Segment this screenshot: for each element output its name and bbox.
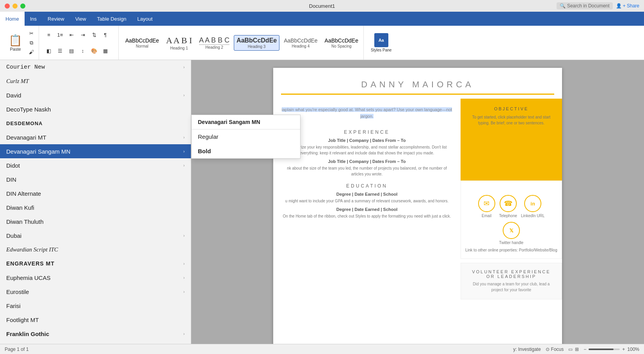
subfont-item-bold[interactable]: Bold — [192, 144, 300, 158]
style-heading2[interactable]: A A B B C Heading 2 — [196, 34, 232, 51]
subfont-item-regular[interactable]: Regular — [192, 129, 300, 144]
align-justify-button[interactable]: ▤ — [66, 46, 76, 55]
font-item-din[interactable]: DIN — [0, 172, 191, 186]
focus-label: Focus — [551, 347, 564, 352]
font-item-footlight-mt[interactable]: Footlight MT — [0, 313, 191, 327]
decrease-indent-button[interactable]: ⇤ — [66, 30, 76, 39]
font-item-desdemona[interactable]: DESDEMONA — [0, 116, 191, 130]
borders-button[interactable]: ▦ — [100, 46, 110, 55]
tab-layout[interactable]: Layout — [132, 12, 158, 26]
numbering-button[interactable]: 1≡ — [55, 30, 65, 39]
font-item-decotype-naskh[interactable]: DecoType Naskh — [0, 102, 191, 116]
experience-section: EXPERIENCE Job Title | Company | Dates F… — [281, 129, 453, 177]
font-item-dubai[interactable]: Dubai › — [0, 228, 191, 242]
search-box[interactable]: 🔍 Search in Document — [557, 2, 613, 9]
font-item-engravers-mt[interactable]: ENGRAVERS MT › — [0, 257, 191, 271]
font-label-engravers-mt: ENGRAVERS MT — [6, 260, 55, 267]
search-placeholder: Search in Document — [567, 3, 610, 9]
doc-left-column: iaplain what you're especially good at. … — [273, 99, 461, 299]
close-button[interactable] — [5, 4, 10, 9]
tab-home[interactable]: Home — [0, 12, 25, 26]
styles-pane-button[interactable]: Aа Styles Pane — [368, 32, 395, 54]
copy-button[interactable]: ⧉ — [26, 39, 36, 47]
traffic-lights — [5, 4, 25, 9]
web-layout-icon[interactable]: ⊞ — [575, 347, 579, 352]
style-heading3[interactable]: AaBbCcDdEe Heading 3 — [234, 35, 279, 51]
font-item-franklin-gothic[interactable]: Franklin Gothic › — [0, 327, 191, 341]
chevron-icon: › — [183, 262, 185, 266]
font-label-dubai: Dubai — [6, 232, 21, 239]
tab-tabledesign[interactable]: Table Design — [92, 12, 132, 26]
paste-button[interactable]: 📋 Paste — [5, 32, 25, 53]
minimize-button[interactable] — [12, 4, 18, 9]
style-h4-label: Heading 4 — [292, 44, 310, 48]
style-heading4[interactable]: AaBbCcDdEe Heading 4 — [281, 35, 320, 50]
doc-intro-text: iaplain what you're especially good at. … — [282, 107, 452, 119]
style-h1-label: Heading 1 — [170, 46, 188, 50]
contact-section: ✉ Email ☎ Telephone in LinkedIn URL — [461, 181, 562, 259]
font-item-courier-new[interactable]: Courier New › — [0, 60, 191, 74]
cut-button[interactable]: ✂ — [26, 29, 36, 38]
email-icon: ✉ — [478, 195, 495, 212]
font-item-diwan-kufi[interactable]: Diwan Kufi — [0, 200, 191, 214]
chevron-icon: › — [183, 135, 185, 140]
font-item-euphemia-ucas[interactable]: Euphemia UCAS › — [0, 271, 191, 285]
font-label-eurostile: Eurostile — [6, 289, 29, 295]
styles-pane-icon: Aа — [374, 33, 388, 47]
volunteer-section: VOLUNTEER EXPERIENCE OR LEADERSHIP Did y… — [461, 263, 562, 299]
share-button[interactable]: 👤 + Share — [616, 3, 639, 9]
style-heading1[interactable]: A A B I Heading 1 — [163, 34, 195, 52]
ribbon-tabs: Home Ins Review View Table Design Layout — [0, 12, 644, 26]
objective-box: OBJECTIVE To get started, click placehol… — [461, 99, 562, 134]
focus-button[interactable]: ⊙ Focus — [546, 347, 564, 352]
increase-indent-button[interactable]: ⇥ — [78, 30, 88, 39]
zoom-in-button[interactable]: + — [622, 347, 625, 352]
font-item-edwardian-script[interactable]: Edwardian Script ITC — [0, 242, 191, 257]
line-spacing-button[interactable]: ↕ — [78, 46, 88, 55]
bullets-button[interactable]: ≡ — [44, 30, 54, 39]
font-item-eurostile[interactable]: Eurostile › — [0, 285, 191, 299]
font-item-franklin-gothic-book[interactable]: Franklin Gothic Book › — [0, 341, 191, 344]
format-painter-button[interactable]: 🖌 — [26, 48, 36, 57]
chevron-icon: › — [183, 234, 185, 238]
doc-page: DANNY MAIORCA iaplain what you're especi… — [273, 68, 562, 344]
doc-right-column: OBJECTIVE To get started, click placehol… — [461, 99, 562, 299]
font-item-diwan-thuluth[interactable]: Diwan Thuluth — [0, 214, 191, 228]
font-item-david[interactable]: David › — [0, 88, 191, 102]
font-dropdown[interactable]: Courier New › Curlz MT David › DecoType … — [0, 60, 191, 344]
style-normal[interactable]: AaBbCcDdEe Normal — [123, 35, 162, 50]
experience-title: EXPERIENCE — [281, 129, 453, 135]
maximize-button[interactable] — [20, 4, 25, 9]
font-item-devanagari-sangam-mn[interactable]: Devanagari Sangam MN › — [0, 144, 191, 158]
exp-job1-title-text: Job Title | Company | Dates From – To — [328, 138, 406, 143]
tab-view[interactable]: View — [70, 12, 92, 26]
font-item-devanagari-mt[interactable]: Devanagari MT › — [0, 130, 191, 144]
font-label-euphemia-ucas: Euphemia UCAS — [6, 274, 50, 281]
telephone-label: Telephone — [499, 214, 517, 218]
exp-job1-desc: summarize your key responsibilities, lea… — [281, 144, 453, 156]
objective-text: To get started, click placeholder text a… — [467, 114, 556, 126]
font-item-din-alternate[interactable]: DIN Alternate — [0, 186, 191, 200]
font-label-decotype-naskh: DecoType Naskh — [6, 106, 51, 113]
tab-insert[interactable]: Ins — [25, 12, 42, 26]
font-item-curlz-mt[interactable]: Curlz MT — [0, 74, 191, 88]
align-left-button[interactable]: ◧ — [44, 46, 54, 55]
zoom-out-button[interactable]: − — [584, 347, 586, 352]
edu-item1-title: Degree | Date Earned | School — [281, 192, 453, 196]
zoom-slider[interactable] — [589, 349, 620, 350]
style-nospacing[interactable]: AaBbCcDdEe No Spacing — [322, 35, 361, 50]
shading-button[interactable]: 🎨 — [89, 46, 99, 55]
style-h2-label: Heading 2 — [205, 45, 223, 50]
pilcrow-button[interactable]: ¶ — [100, 30, 110, 39]
print-layout-icon[interactable]: ▭ — [568, 347, 573, 352]
sort-button[interactable]: ⇅ — [89, 30, 99, 39]
align-center-button[interactable]: ☰ — [55, 46, 65, 55]
style-h2-preview: A A B B C — [199, 36, 229, 45]
education-section: EDUCATION Degree | Date Earned | School … — [281, 183, 453, 219]
main-area: Courier New › Curlz MT David › DecoType … — [0, 60, 644, 344]
document-title: Document1 — [309, 3, 335, 9]
font-item-didot[interactable]: Didot › — [0, 158, 191, 172]
font-item-farisi[interactable]: Farisi — [0, 299, 191, 313]
volunteer-title: VOLUNTEER EXPERIENCE OR LEADERSHIP — [467, 269, 555, 279]
tab-review[interactable]: Review — [42, 12, 70, 26]
